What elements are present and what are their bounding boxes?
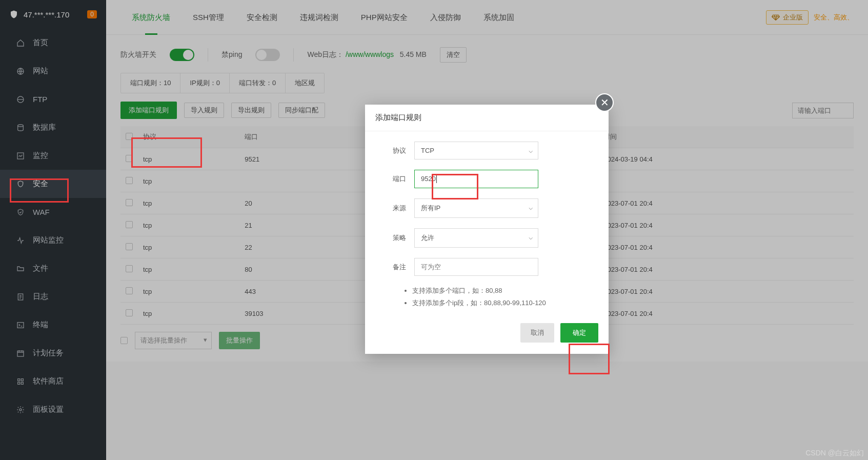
note-input[interactable] <box>414 258 538 276</box>
port-input-value: 9520 <box>421 175 436 183</box>
modal-hints: 支持添加多个端口，如：80,88 支持添加多个ip段，如：80,88,90-99… <box>403 286 596 308</box>
port-label: 端口 <box>377 174 406 184</box>
add-port-rule-modal: ✕ 添加端口规则 协议TCP 端口9520 来源所有IP 策略允许 备注 支持添… <box>365 105 609 354</box>
source-select[interactable]: 所有IP <box>414 198 538 218</box>
modal-title: 添加端口规则 <box>365 105 609 131</box>
confirm-button[interactable]: 确定 <box>560 323 598 343</box>
watermark: CSDN @白云如幻 <box>805 449 864 458</box>
source-label: 来源 <box>377 204 406 213</box>
hint-item: 支持添加多个端口，如：80,88 <box>412 286 596 295</box>
hint-item: 支持添加多个ip段，如：80,88,90-99,110-120 <box>412 298 596 308</box>
port-input[interactable]: 9520 <box>414 170 538 188</box>
policy-label: 策略 <box>377 233 406 243</box>
policy-select[interactable]: 允许 <box>414 228 538 248</box>
note-label: 备注 <box>377 263 406 272</box>
close-icon[interactable]: ✕ <box>595 93 614 112</box>
cancel-button[interactable]: 取消 <box>520 323 554 343</box>
proto-label: 协议 <box>377 146 406 155</box>
proto-select[interactable]: TCP <box>414 142 538 159</box>
